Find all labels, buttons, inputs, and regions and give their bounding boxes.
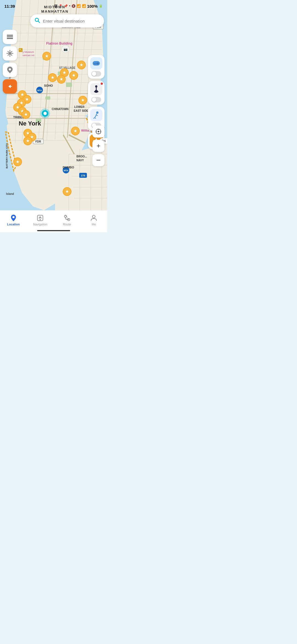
svg-point-152	[13, 53, 13, 54]
svg-text:★: ★	[79, 62, 83, 67]
svg-text:FDR: FDR	[35, 140, 41, 143]
joystick-toggle[interactable]	[91, 97, 101, 102]
search-bar[interactable]	[30, 14, 104, 28]
svg-text:📷: 📷	[64, 47, 68, 51]
svg-text:Flatiron Building: Flatiron Building	[46, 42, 72, 45]
nav-item-location[interactable]: Location	[0, 214, 27, 226]
dot-icon: •	[69, 4, 70, 8]
nav-item-me[interactable]: Me	[81, 214, 108, 226]
bottom-nav: Location Navigation Route Me	[0, 210, 107, 232]
mute-icon: 🔇	[72, 4, 76, 8]
route-nav-icon	[63, 214, 71, 222]
navigation-nav-label: Navigation	[33, 223, 47, 226]
battery-text: 100%	[87, 4, 98, 9]
svg-text:★: ★	[24, 112, 28, 117]
me-nav-icon	[90, 214, 98, 222]
gps-button[interactable]	[92, 125, 105, 138]
svg-point-166	[96, 111, 98, 114]
location2-status-icon: 📌	[64, 4, 68, 8]
svg-point-150	[10, 56, 10, 57]
svg-point-169	[98, 131, 99, 132]
svg-point-161	[97, 64, 98, 64]
svg-rect-41	[45, 96, 50, 100]
home-indicator	[37, 230, 70, 231]
svg-rect-40	[66, 83, 72, 87]
left-sidebar	[3, 30, 17, 94]
svg-text:CHINATOWN: CHINATOWN	[52, 108, 68, 111]
svg-text:NAVY: NAVY	[76, 159, 84, 162]
battery-icon: 🔋	[99, 4, 103, 8]
status-icons: 🖼 📍 📌 • 🔇 📶 📶 100% 🔋	[54, 4, 103, 9]
svg-point-176	[40, 219, 41, 220]
svg-point-165	[95, 85, 97, 88]
zoom-out-button[interactable]: −	[92, 154, 105, 166]
zoom-in-button[interactable]: +	[92, 140, 105, 152]
svg-text:Island: Island	[6, 192, 14, 195]
svg-text:★: ★	[73, 129, 77, 133]
location-pin-button[interactable]	[3, 63, 17, 77]
svg-text:BATTERY PARK CITY: BATTERY PARK CITY	[6, 143, 8, 168]
svg-text:⛏: ⛏	[19, 48, 22, 51]
nav-item-route[interactable]: Route	[54, 214, 81, 226]
svg-rect-163	[94, 91, 98, 92]
svg-point-158	[97, 63, 98, 63]
status-time: 11:39	[4, 4, 15, 9]
svg-line-141	[38, 21, 40, 23]
svg-point-137	[43, 112, 47, 115]
svg-text:LOWER: LOWER	[74, 105, 85, 108]
gallery-icon: 🖼	[54, 4, 57, 8]
svg-text:★: ★	[45, 54, 49, 58]
svg-point-160	[97, 63, 97, 64]
location-nav-icon	[10, 214, 17, 222]
svg-point-174	[12, 216, 15, 218]
svg-point-179	[92, 215, 95, 218]
gamepad-toggle[interactable]	[91, 71, 101, 77]
svg-text:DUMBO: DUMBO	[63, 166, 74, 169]
svg-text:★: ★	[25, 97, 29, 102]
menu-button[interactable]	[3, 30, 17, 44]
svg-point-153	[9, 68, 11, 70]
svg-point-149	[10, 50, 10, 51]
svg-text:SOHO: SOHO	[44, 84, 53, 87]
status-bar: 11:39 🖼 📍 📌 • 🔇 📶 📶 100% 🔋	[0, 0, 107, 12]
nav-item-navigation[interactable]: Navigation	[27, 214, 54, 226]
svg-text:★: ★	[81, 98, 85, 102]
svg-point-151	[7, 53, 7, 54]
svg-text:★: ★	[72, 73, 76, 78]
location-nav-label: Location	[7, 223, 20, 226]
svg-rect-157	[95, 62, 95, 64]
route-nav-label: Route	[63, 223, 71, 226]
svg-text:★: ★	[16, 159, 20, 164]
svg-text:Ne    York: Ne York	[19, 120, 41, 127]
svg-text:★: ★	[51, 75, 54, 80]
location-status-icon: 📍	[59, 4, 63, 8]
svg-text:EAST SIDE: EAST SIDE	[74, 109, 88, 112]
search-icon	[35, 18, 40, 24]
svg-text:★: ★	[65, 189, 69, 194]
gamepad-card	[88, 55, 105, 79]
joystick-card	[88, 81, 105, 105]
skating-button[interactable]	[90, 109, 102, 121]
svg-text:★: ★	[26, 138, 30, 143]
wifi-icon: 📶	[77, 4, 81, 8]
svg-text:BROO...: BROO...	[76, 155, 87, 158]
svg-text:MTA: MTA	[37, 89, 42, 92]
svg-text:★: ★	[20, 92, 24, 97]
signal-icon: 📶	[82, 4, 86, 8]
svg-point-159	[98, 63, 99, 64]
svg-text:MTA: MTA	[64, 169, 68, 172]
svg-text:y Museum: y Museum	[23, 51, 34, 53]
svg-rect-154	[93, 61, 100, 66]
svg-text:uerican Art: uerican Art	[23, 54, 35, 57]
svg-text:★: ★	[62, 70, 66, 75]
back-button[interactable]	[3, 79, 17, 94]
me-nav-label: Me	[92, 223, 96, 226]
svg-text:278: 278	[81, 174, 85, 177]
svg-text:ST VILLAGE: ST VILLAGE	[59, 66, 75, 69]
svg-point-177	[64, 215, 67, 217]
search-input[interactable]	[43, 19, 100, 23]
gamepad-button[interactable]	[90, 57, 102, 69]
snowflake-button[interactable]	[3, 46, 17, 61]
navigation-nav-icon	[36, 214, 44, 222]
svg-text:★: ★	[59, 77, 63, 81]
